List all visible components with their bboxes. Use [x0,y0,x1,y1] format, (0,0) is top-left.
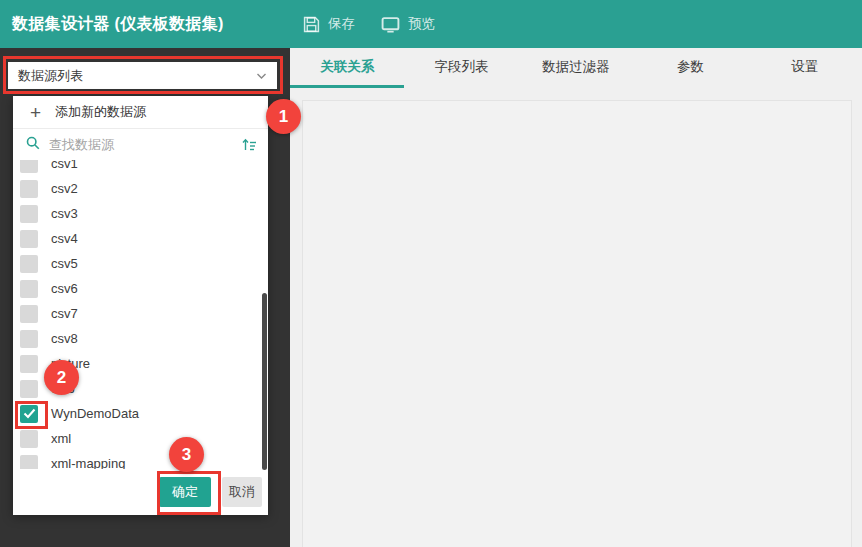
datasource-item[interactable]: csv3 [13,201,268,226]
sort-icon[interactable] [242,138,257,151]
save-icon [303,16,320,33]
datasource-item-label: csv5 [51,256,78,271]
list-scrollbar[interactable] [262,293,267,470]
checkbox[interactable] [20,280,38,298]
datasource-item-label: csv6 [51,281,78,296]
app-header: 数据集设计器 (仪表板数据集) 保存 [0,0,862,48]
checkbox-checked[interactable] [20,405,38,423]
ok-button[interactable]: 确定 [159,477,211,507]
tab-设置[interactable]: 设置 [748,48,862,88]
datasource-item-label: web [51,381,75,396]
datasource-list: csv1 csv2 csv3 csv4 csv5 [13,160,268,469]
datasource-item[interactable]: WynDemoData [13,401,268,426]
datasource-item-label: csv4 [51,231,78,246]
checkbox[interactable] [20,230,38,248]
datasource-dropdown[interactable]: 数据源列表 [8,62,277,89]
checkbox[interactable] [20,305,38,323]
search-input[interactable] [49,137,233,152]
page-title: 数据集设计器 (仪表板数据集) [12,14,224,35]
add-datasource-label: 添加新的数据源 [55,103,146,121]
dataset-designer-window: 数据集设计器 (仪表板数据集) 保存 [0,0,862,547]
datasource-item-label: csv7 [51,306,78,321]
datasource-item[interactable]: csv7 [13,301,268,326]
datasource-search-row [13,129,268,160]
datasource-item[interactable]: xml-mapping [13,451,268,469]
save-label: 保存 [328,15,355,33]
tab-bar: 关联关系字段列表数据过滤器参数设置 [290,48,862,88]
checkbox[interactable] [20,430,38,448]
relations-canvas [302,100,852,547]
datasource-item-label: WynDemoData [51,406,139,421]
checkbox[interactable] [20,380,38,398]
check-icon [23,408,36,419]
tab-字段列表[interactable]: 字段列表 [404,48,518,88]
popup-footer: 确定 取消 [13,469,268,515]
datasource-item[interactable]: picture [13,351,268,376]
datasource-item[interactable]: csv6 [13,276,268,301]
tab-关联关系[interactable]: 关联关系 [290,48,404,88]
main-content-panel: 关联关系字段列表数据过滤器参数设置 [290,48,862,547]
preview-label: 预览 [408,15,435,33]
datasource-item[interactable]: xml [13,426,268,451]
save-button[interactable]: 保存 [303,15,355,33]
checkbox[interactable] [20,455,38,470]
checkbox[interactable] [20,355,38,373]
datasource-item-label: csv8 [51,331,78,346]
checkbox[interactable] [20,330,38,348]
datasource-item[interactable]: csv5 [13,251,268,276]
datasource-item-label: xml-mapping [51,456,125,469]
checkbox[interactable] [20,255,38,273]
tab-数据过滤器[interactable]: 数据过滤器 [519,48,633,88]
datasource-popup: + 添加新的数据源 [13,96,268,515]
search-icon [26,136,40,154]
datasource-item-label: csv1 [51,160,78,171]
datasource-dropdown-value: 数据源列表 [18,67,83,85]
chevron-down-icon [256,68,267,83]
datasource-item[interactable]: csv2 [13,176,268,201]
plus-icon: + [30,103,41,122]
datasource-item[interactable]: csv4 [13,226,268,251]
cancel-button[interactable]: 取消 [222,477,262,507]
tab-参数[interactable]: 参数 [633,48,747,88]
datasource-item[interactable]: csv1 [13,160,268,176]
datasource-item-label: csv2 [51,181,78,196]
datasource-item-label: csv3 [51,206,78,221]
datasource-item[interactable]: web [13,376,268,401]
datasource-item-label: picture [51,356,90,371]
preview-button[interactable]: 预览 [381,15,435,33]
add-datasource-button[interactable]: + 添加新的数据源 [13,96,268,129]
preview-icon [381,16,400,33]
datasource-item-label: xml [51,431,71,446]
datasource-item[interactable]: csv8 [13,326,268,351]
checkbox[interactable] [20,180,38,198]
header-actions: 保存 预览 [303,0,435,48]
checkbox[interactable] [20,160,38,173]
checkbox[interactable] [20,205,38,223]
